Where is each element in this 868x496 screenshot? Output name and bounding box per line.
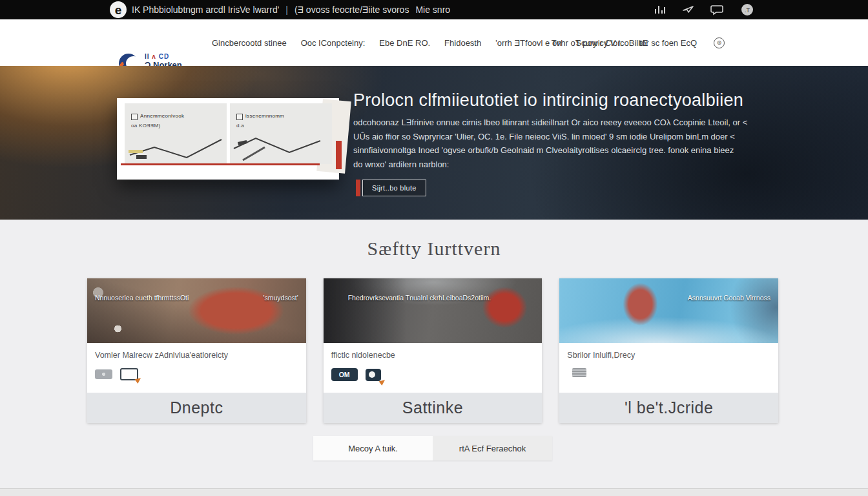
- printer-icon[interactable]: [572, 368, 586, 377]
- hero-title: Prolocn clfmiieutotiet io intircinig roa…: [353, 90, 743, 110]
- topbar-brand-text: IK Phbbiolubtngm arcdl IrisVe lwarrd': [132, 5, 279, 15]
- report-panel-2: issenemnnomm d.a: [230, 103, 332, 164]
- main-nav: II ᴧ CD Ɔ Norken Gincbercootd stinee Ooc…: [0, 19, 868, 66]
- card-water-subtitle: Sbrilor Inlulfi,Drecy: [567, 351, 770, 360]
- topbar-menu-link-2[interactable]: Mie snro: [415, 5, 450, 15]
- nav-item-4[interactable]: Fhidoesth: [444, 38, 481, 48]
- site-mark-icon[interactable]: e: [110, 1, 127, 18]
- report-panel-2-line1: issenemnnomm: [245, 113, 284, 119]
- report-panel-2-line2: d.a: [236, 123, 244, 129]
- card-water-icons: [567, 368, 770, 377]
- footer-links-band: Mecoy A tuik. rtA Ecf Feraechok: [313, 436, 552, 460]
- nav-right-item-2[interactable]: tor sc foen EcQ: [639, 38, 697, 48]
- report-red-rule: [121, 163, 320, 165]
- hero-paragraph: odcohoonaz LƎfrinive onnue cirnis lbeo l…: [353, 116, 747, 171]
- topbar-brand-row: IK Phbbiolubtngm arcdl IrisVe lwarrd' | …: [132, 0, 450, 19]
- cta-label: Sijrt..bo blute: [362, 180, 426, 196]
- card-interior-image: Fhedrovrksevantia Tnualnl ckrhLeiboaDs2o…: [324, 278, 542, 343]
- card-water-overlay: Asnnsuuvrt Gooab Virrnoss: [567, 294, 770, 302]
- card-interior-icons: OM: [331, 368, 535, 381]
- card-row: Nnnuoseriea eueth tfhrmttssOti 'smuydsos…: [87, 278, 778, 423]
- report-panel-1-line2: oa KOƎƎM): [131, 123, 160, 129]
- report-panel-1-line1: Annemmeonivook: [140, 113, 184, 119]
- card-interior-subtitle: ffictlc nldolenecbe: [331, 351, 535, 360]
- card-industrial-icons: [95, 368, 298, 380]
- card-interior-title[interactable]: Sattinke: [324, 393, 542, 423]
- nav-item-1[interactable]: Gincbercootd stinee: [212, 38, 287, 48]
- card-industrial-overlay: Nnnuoseriea eueth tfhrmttssOti 'smuydsos…: [95, 294, 298, 302]
- logo-top-a: II: [145, 53, 150, 60]
- footer-link-1[interactable]: Mecoy A tuik.: [313, 436, 433, 460]
- checkbox-glyph: [236, 114, 243, 120]
- nav-item-3[interactable]: Ebe DnE RO.: [379, 38, 430, 48]
- hero-line-2: UÛs aio ffior so Swpryricar 'Ulier, OC. …: [353, 130, 747, 144]
- globe-icon[interactable]: .T: [740, 3, 754, 17]
- pencil-icon: [134, 376, 142, 384]
- hero-report-image: Annemmeonivook oa KOƎƎM) issenemnnomm d.…: [117, 98, 339, 180]
- nav-item-2[interactable]: Ooc IConpcteiny:: [301, 38, 366, 48]
- sd-card-icon[interactable]: [95, 369, 112, 379]
- logo-top-b: ᴧ: [152, 53, 156, 60]
- hero-line-1: odcohoonaz LƎfrinive onnue cirnis lbeo l…: [353, 116, 747, 130]
- hero-line-3: sinnfiaivonnoltga Inoed 'ogvse orbufk/b …: [353, 143, 747, 158]
- chart-icon[interactable]: [654, 3, 666, 16]
- card-industrial-image: Nnnuoseriea eueth tfhrmttssOti 'smuydsos…: [87, 278, 306, 343]
- card-interior-body: ffictlc nldolenecbe OM: [324, 343, 542, 393]
- overlay-left-text: Nnnuoseriea eueth tfhrmttssOti: [95, 294, 189, 302]
- overlay-text: Asnnsuuvrt Gooab Virrnoss: [688, 294, 770, 302]
- om-badge[interactable]: OM: [331, 368, 358, 381]
- hero-cta-button[interactable]: Sijrt..bo blute: [356, 180, 426, 196]
- topbar-separator: |: [285, 5, 288, 15]
- send-icon[interactable]: [682, 3, 695, 16]
- checkbox-glyph: [131, 114, 138, 120]
- card-industrial[interactable]: Nnnuoseriea eueth tfhrmttssOti 'smuydsos…: [87, 278, 306, 423]
- hero-red-accent: [336, 141, 342, 169]
- chat-icon[interactable]: [710, 3, 725, 16]
- report-panel-1: Annemmeonivook oa KOƎƎM): [125, 103, 227, 164]
- top-utility-bar: e IK Phbbiolubtngm arcdl IrisVe lwarrd' …: [0, 0, 868, 19]
- card-industrial-subtitle: Vomler Malrecw zAdnlvlua'eatloreicty: [95, 351, 298, 360]
- card-industrial-title[interactable]: Dneptc: [87, 393, 306, 423]
- topbar-icons: .T: [654, 0, 754, 19]
- pencil-icon: [378, 378, 386, 386]
- overlay-right-text: 'smuydsost': [263, 294, 298, 302]
- card-interior[interactable]: Fhedrovrksevantia Tnualnl ckrhLeiboaDs2o…: [324, 278, 542, 423]
- safety-section: Sæftty Iurttvern Nnnuoseriea eueth tfhrm…: [0, 220, 868, 488]
- edit-icon[interactable]: [366, 369, 381, 381]
- bottom-strip: [0, 488, 868, 496]
- laptop-edit-icon[interactable]: [120, 368, 138, 380]
- hero-line-4: do wnxo' ardilern narblon:: [353, 158, 747, 172]
- nav-right-group: Tvhr oT powir Cior. tor sc foen EcQ ⊕: [552, 19, 725, 66]
- card-water-title[interactable]: 'l be't.Jcride: [559, 393, 778, 423]
- report-chart-1: [125, 133, 227, 163]
- language-globe-icon[interactable]: ⊕: [714, 37, 725, 48]
- overlay-text: Fhedrovrksevantia Tnualnl ckrhLeiboaDs2o…: [348, 294, 491, 302]
- logo-top-c: CD: [159, 53, 169, 60]
- footer-link-2[interactable]: rtA Ecf Feraechok: [433, 436, 552, 460]
- svg-text:.T: .T: [745, 7, 750, 14]
- card-water[interactable]: Asnnsuuvrt Gooab Virrnoss Sbrilor Inlulf…: [559, 278, 778, 423]
- cta-red-bar: [356, 180, 360, 196]
- page: e IK Phbbiolubtngm arcdl IrisVe lwarrd' …: [0, 0, 868, 496]
- nav-right-item-1[interactable]: Tvhr oT powir Cior.: [552, 38, 623, 48]
- card-water-image: Asnnsuuvrt Gooab Virrnoss: [559, 278, 778, 343]
- card-industrial-body: Vomler Malrecw zAdnlvlua'eatloreicty: [87, 343, 306, 393]
- topbar-menu-link-1[interactable]: (Ǝ ovoss feocrte/Ǝiite svoros: [294, 5, 409, 15]
- section-heading: Sæftty Iurttvern: [0, 238, 868, 260]
- report-chart-2: [230, 130, 332, 163]
- card-interior-overlay: Fhedrovrksevantia Tnualnl ckrhLeiboaDs2o…: [331, 294, 535, 302]
- hero-section: Annemmeonivook oa KOƎƎM) issenemnnomm d.…: [0, 66, 868, 220]
- card-water-body: Sbrilor Inlulfi,Drecy: [559, 343, 778, 393]
